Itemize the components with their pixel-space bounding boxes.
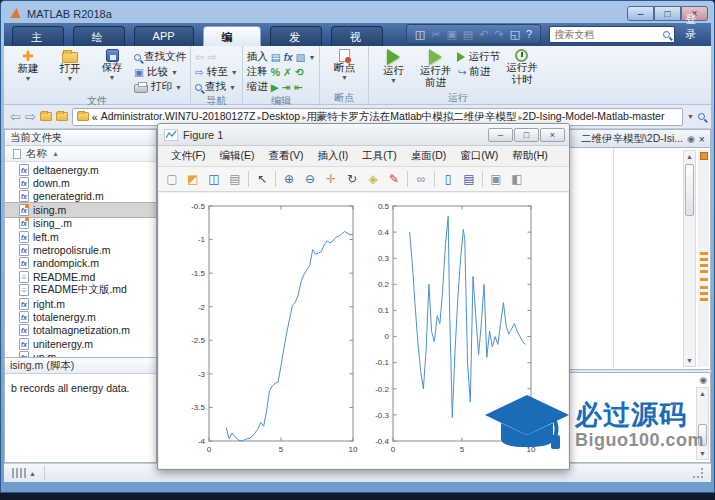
editor-tab-title[interactable]: 二维伊辛模型\2D-Isi... [581,132,683,146]
compare-button[interactable]: ▣比较▼ [134,65,186,79]
quick-access-icon[interactable]: ◫ [415,28,425,41]
insert-button[interactable]: 插入▤fx▧▼ [247,50,316,64]
figure-toolbar-icon[interactable] [482,171,483,187]
figure-menu-item[interactable]: 桌面(D) [404,149,454,163]
figure-toolbar-icon[interactable] [461,172,477,186]
advance-button[interactable]: ↪前进 [457,65,500,79]
minimize-button[interactable]: – [627,6,654,21]
figure-menu-item[interactable]: 工具(T) [355,149,403,163]
figure-toolbar-icon[interactable] [281,172,297,186]
figure-title-bar[interactable]: Figure 1 – □ × [158,124,569,146]
file-row[interactable]: generategrid.m [5,190,156,203]
breadcrumb-segment[interactable]: Desktop [262,110,307,122]
figure-toolbar-icon[interactable] [365,172,381,186]
nav-back-icon[interactable]: ⇦ [10,109,21,124]
file-row[interactable]: totalenergy.m [5,310,156,323]
statusbar-expand-icon[interactable]: ▲ [29,470,36,477]
goto-button[interactable]: ⇨转至▼ [195,65,238,79]
figure-toolbar-icon[interactable] [248,171,249,187]
run-time-button[interactable]: 运行并 计时 [502,48,542,85]
file-row[interactable]: totalmagnetization.m [5,324,156,337]
ribbon-tab[interactable]: 发布 [270,26,322,46]
figure-menu-item[interactable]: 文件(F) [164,149,212,163]
search-icon[interactable] [663,31,670,38]
name-column-header[interactable]: 名称 ▲ [5,146,156,162]
figure-toolbar-icon[interactable] [302,172,318,186]
figure-toolbar-icon[interactable] [434,171,435,187]
ribbon-tab[interactable]: 绘图 [73,26,125,46]
statusbar-grip-icon[interactable] [12,468,26,478]
folder-up-icon[interactable] [40,112,52,121]
nav-forward-icon[interactable]: ⇨ [25,109,36,124]
figure-close-button[interactable]: × [540,128,565,142]
file-row[interactable]: deltaenergy.m [5,163,156,176]
login-button[interactable]: 登录 [685,12,705,42]
run-section-button[interactable]: 运行节 [457,50,500,64]
figure-toolbar-icon[interactable] [254,172,270,186]
doc-search-box[interactable] [549,26,675,43]
quick-access-icon[interactable]: ↷ [494,28,503,41]
figure-toolbar-icon[interactable] [407,171,408,187]
file-row[interactable]: metropolisrule.m [5,243,156,256]
find-button[interactable]: 查找▼ [195,80,238,94]
quick-access-icon[interactable]: ▣ [446,28,456,41]
breadcrumb-segment[interactable]: 2D-Ising-Model-Matlab-master [523,110,665,122]
figure-toolbar-icon[interactable] [323,172,339,186]
figure-toolbar-icon[interactable] [185,172,201,186]
editor-scrollbar[interactable]: ▲ ▼ [683,150,696,367]
ribbon-tab[interactable]: 主页 [12,26,64,46]
quick-access-icon[interactable]: ▤ [463,28,473,41]
ribbon-tab[interactable]: 视图 [331,26,383,46]
file-row[interactable]: README中文版.md [5,284,156,297]
address-search-icon[interactable] [698,113,705,120]
comment-button[interactable]: 注释%✗⟲ [247,65,316,79]
indent-button[interactable]: 缩进▶⇥⇤ [247,80,316,94]
ribbon-tab[interactable]: APP [134,26,194,46]
file-row[interactable]: right.m [5,297,156,310]
figure-menu-item[interactable]: 插入(I) [310,149,355,163]
file-row[interactable]: README.md [5,270,156,283]
file-row[interactable]: ising.m [5,203,156,216]
figure-maximize-button[interactable]: □ [514,128,539,142]
back-icon[interactable]: ⇦ [195,51,204,64]
figure-toolbar-icon[interactable] [275,171,276,187]
lower-panel-menu-icon[interactable]: ◉ [699,375,707,385]
save-button[interactable]: 保存▼ [92,48,132,81]
file-row[interactable]: randompick.m [5,257,156,270]
figure-toolbar-icon[interactable] [206,172,222,186]
figure-menu-item[interactable]: 编辑(E) [212,149,261,163]
figure-menu-item[interactable]: 窗口(W) [453,149,505,163]
figure-minimize-button[interactable]: – [488,128,513,142]
run-advance-button[interactable]: 运行并 前进 [415,48,455,88]
forward-icon[interactable]: ⇨ [207,51,216,64]
quick-access-icon[interactable]: ? [526,28,532,40]
figure-toolbar-icon[interactable] [413,172,429,186]
figure-toolbar-icon[interactable] [440,172,456,186]
run-button[interactable]: 运行▼ [373,48,413,84]
figure-toolbar-icon[interactable] [386,172,402,186]
figure-toolbar-icon[interactable] [227,172,243,186]
print-button[interactable]: 打印▼ [134,80,186,94]
browse-folder-icon[interactable] [56,112,68,121]
editor-tab-menu-icon[interactable]: ◉ [687,134,695,144]
figure-toolbar-icon[interactable] [488,172,504,186]
figure-toolbar-icon[interactable] [344,172,360,186]
breadcrumb-dropdown-icon[interactable]: ▼ [687,113,694,120]
open-button[interactable]: 打开▼ [50,48,90,82]
breadcrumb-segment[interactable]: Administrator.WIN7U-20180127Z [101,110,262,122]
file-row[interactable]: up.m [5,350,156,357]
new-button[interactable]: ✚新建▼ [8,48,48,82]
file-row[interactable]: down.m [5,176,156,189]
quick-access-icon[interactable]: ◱ [510,28,520,41]
maximize-button[interactable]: □ [654,6,681,21]
breadcrumb-segment[interactable]: 用蒙特卡罗方法在Matlab中模拟二维伊辛模型 [306,110,522,122]
ribbon-tab[interactable]: 编辑器 [203,26,262,46]
breakpoints-button[interactable]: 断点▼ [324,48,364,81]
quick-access-icon[interactable]: ✂ [431,28,440,41]
find-files-button[interactable]: 查找文件 [134,50,186,64]
figure-menu-item[interactable]: 查看(V) [261,149,310,163]
file-row[interactable]: left.m [5,230,156,243]
file-row[interactable]: unitenergy.m [5,337,156,350]
file-row[interactable]: ising_.m [5,217,156,230]
quick-access-icon[interactable]: ↶ [479,28,488,41]
